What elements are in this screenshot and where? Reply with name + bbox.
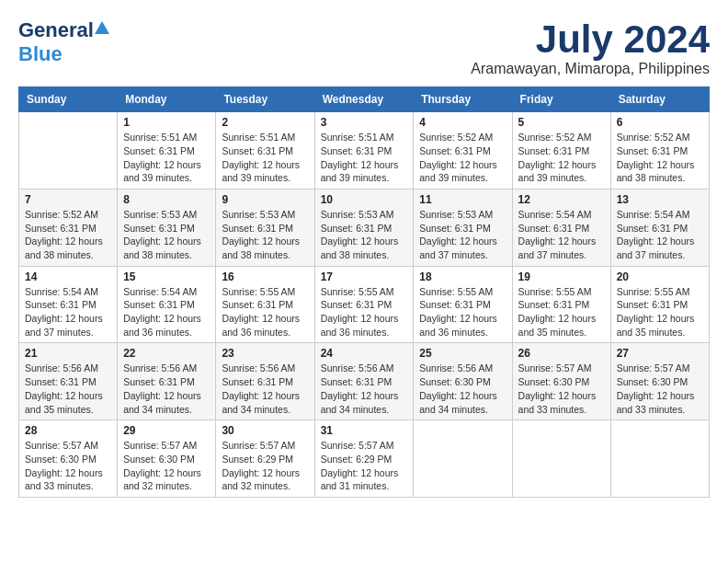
calendar-week-row: 21Sunrise: 5:56 AM Sunset: 6:31 PM Dayli… bbox=[19, 343, 710, 420]
day-number: 11 bbox=[419, 193, 506, 206]
calendar-cell: 18Sunrise: 5:55 AM Sunset: 6:31 PM Dayli… bbox=[414, 266, 512, 343]
day-number: 21 bbox=[25, 347, 111, 360]
month-title: July 2024 bbox=[471, 18, 710, 61]
weekday-header-wednesday: Wednesday bbox=[314, 87, 414, 112]
day-info: Sunrise: 5:56 AM Sunset: 6:31 PM Dayligh… bbox=[222, 362, 308, 416]
calendar-cell: 24Sunrise: 5:56 AM Sunset: 6:31 PM Dayli… bbox=[314, 343, 414, 420]
calendar-week-row: 14Sunrise: 5:54 AM Sunset: 6:31 PM Dayli… bbox=[19, 266, 710, 343]
calendar-cell: 26Sunrise: 5:57 AM Sunset: 6:30 PM Dayli… bbox=[512, 343, 610, 420]
calendar-cell: 30Sunrise: 5:57 AM Sunset: 6:29 PM Dayli… bbox=[216, 420, 314, 498]
day-number: 14 bbox=[25, 270, 111, 283]
day-number: 19 bbox=[518, 270, 605, 283]
calendar-cell: 31Sunrise: 5:57 AM Sunset: 6:29 PM Dayli… bbox=[314, 420, 414, 498]
day-number: 13 bbox=[617, 193, 703, 206]
calendar-cell: 27Sunrise: 5:57 AM Sunset: 6:30 PM Dayli… bbox=[610, 343, 709, 420]
weekday-header-sunday: Sunday bbox=[19, 87, 118, 112]
calendar-cell: 10Sunrise: 5:53 AM Sunset: 6:31 PM Dayli… bbox=[314, 189, 414, 266]
day-info: Sunrise: 5:55 AM Sunset: 6:31 PM Dayligh… bbox=[321, 285, 408, 339]
calendar-cell: 12Sunrise: 5:54 AM Sunset: 6:31 PM Dayli… bbox=[512, 189, 610, 266]
day-number: 3 bbox=[321, 116, 408, 129]
day-info: Sunrise: 5:51 AM Sunset: 6:31 PM Dayligh… bbox=[222, 131, 308, 185]
day-number: 22 bbox=[123, 347, 210, 360]
day-info: Sunrise: 5:55 AM Sunset: 6:31 PM Dayligh… bbox=[419, 285, 506, 339]
weekday-header-tuesday: Tuesday bbox=[216, 87, 314, 112]
day-info: Sunrise: 5:57 AM Sunset: 6:30 PM Dayligh… bbox=[25, 439, 111, 493]
calendar-cell: 14Sunrise: 5:54 AM Sunset: 6:31 PM Dayli… bbox=[19, 266, 118, 343]
calendar-cell: 20Sunrise: 5:55 AM Sunset: 6:31 PM Dayli… bbox=[610, 266, 709, 343]
day-number: 4 bbox=[419, 116, 506, 129]
location-title: Aramawayan, Mimaropa, Philippines bbox=[471, 61, 710, 77]
day-info: Sunrise: 5:54 AM Sunset: 6:31 PM Dayligh… bbox=[617, 208, 703, 262]
day-info: Sunrise: 5:54 AM Sunset: 6:31 PM Dayligh… bbox=[25, 285, 111, 339]
day-number: 29 bbox=[123, 424, 210, 437]
weekday-header-thursday: Thursday bbox=[414, 87, 512, 112]
logo-triangle-icon bbox=[95, 21, 109, 34]
weekday-header-monday: Monday bbox=[118, 87, 216, 112]
calendar-week-row: 7Sunrise: 5:52 AM Sunset: 6:31 PM Daylig… bbox=[19, 189, 710, 266]
day-number: 15 bbox=[123, 270, 210, 283]
calendar-cell: 15Sunrise: 5:54 AM Sunset: 6:31 PM Dayli… bbox=[118, 266, 216, 343]
day-number: 27 bbox=[617, 347, 703, 360]
day-info: Sunrise: 5:55 AM Sunset: 6:31 PM Dayligh… bbox=[518, 285, 605, 339]
calendar-cell: 21Sunrise: 5:56 AM Sunset: 6:31 PM Dayli… bbox=[19, 343, 118, 420]
calendar-cell: 5Sunrise: 5:52 AM Sunset: 6:31 PM Daylig… bbox=[512, 112, 610, 190]
day-info: Sunrise: 5:56 AM Sunset: 6:31 PM Dayligh… bbox=[25, 362, 111, 416]
calendar-cell: 22Sunrise: 5:56 AM Sunset: 6:31 PM Dayli… bbox=[118, 343, 216, 420]
calendar-cell: 11Sunrise: 5:53 AM Sunset: 6:31 PM Dayli… bbox=[414, 189, 512, 266]
calendar-cell bbox=[610, 420, 709, 498]
calendar-week-row: 1Sunrise: 5:51 AM Sunset: 6:31 PM Daylig… bbox=[19, 112, 710, 190]
calendar-cell: 17Sunrise: 5:55 AM Sunset: 6:31 PM Dayli… bbox=[314, 266, 414, 343]
day-info: Sunrise: 5:54 AM Sunset: 6:31 PM Dayligh… bbox=[518, 208, 605, 262]
day-info: Sunrise: 5:52 AM Sunset: 6:31 PM Dayligh… bbox=[419, 131, 506, 185]
day-info: Sunrise: 5:55 AM Sunset: 6:31 PM Dayligh… bbox=[222, 285, 308, 339]
day-info: Sunrise: 5:53 AM Sunset: 6:31 PM Dayligh… bbox=[419, 208, 506, 262]
day-number: 25 bbox=[419, 347, 506, 360]
day-info: Sunrise: 5:53 AM Sunset: 6:31 PM Dayligh… bbox=[222, 208, 308, 262]
calendar-cell bbox=[19, 112, 118, 190]
day-number: 8 bbox=[123, 193, 210, 206]
calendar-cell: 29Sunrise: 5:57 AM Sunset: 6:30 PM Dayli… bbox=[118, 420, 216, 498]
calendar-cell: 28Sunrise: 5:57 AM Sunset: 6:30 PM Dayli… bbox=[19, 420, 118, 498]
calendar-cell bbox=[512, 420, 610, 498]
day-number: 16 bbox=[222, 270, 308, 283]
day-number: 30 bbox=[222, 424, 308, 437]
calendar-cell: 13Sunrise: 5:54 AM Sunset: 6:31 PM Dayli… bbox=[610, 189, 709, 266]
day-number: 28 bbox=[25, 424, 111, 437]
day-info: Sunrise: 5:55 AM Sunset: 6:31 PM Dayligh… bbox=[617, 285, 703, 339]
day-number: 17 bbox=[321, 270, 408, 283]
day-info: Sunrise: 5:53 AM Sunset: 6:31 PM Dayligh… bbox=[321, 208, 408, 262]
calendar-cell: 3Sunrise: 5:51 AM Sunset: 6:31 PM Daylig… bbox=[314, 112, 414, 190]
day-info: Sunrise: 5:56 AM Sunset: 6:31 PM Dayligh… bbox=[123, 362, 210, 416]
day-info: Sunrise: 5:52 AM Sunset: 6:31 PM Dayligh… bbox=[25, 208, 111, 262]
day-info: Sunrise: 5:53 AM Sunset: 6:31 PM Dayligh… bbox=[123, 208, 210, 262]
day-info: Sunrise: 5:52 AM Sunset: 6:31 PM Dayligh… bbox=[617, 131, 703, 185]
day-info: Sunrise: 5:51 AM Sunset: 6:31 PM Dayligh… bbox=[123, 131, 210, 185]
weekday-header-friday: Friday bbox=[512, 87, 610, 112]
day-number: 6 bbox=[617, 116, 703, 129]
calendar-cell bbox=[414, 420, 512, 498]
day-number: 26 bbox=[518, 347, 605, 360]
calendar-cell: 23Sunrise: 5:56 AM Sunset: 6:31 PM Dayli… bbox=[216, 343, 314, 420]
day-number: 2 bbox=[222, 116, 308, 129]
calendar-cell: 6Sunrise: 5:52 AM Sunset: 6:31 PM Daylig… bbox=[610, 112, 709, 190]
day-number: 10 bbox=[321, 193, 408, 206]
calendar-cell: 1Sunrise: 5:51 AM Sunset: 6:31 PM Daylig… bbox=[118, 112, 216, 190]
title-area: July 2024 Aramawayan, Mimaropa, Philippi… bbox=[471, 18, 710, 77]
day-number: 24 bbox=[321, 347, 408, 360]
day-info: Sunrise: 5:56 AM Sunset: 6:31 PM Dayligh… bbox=[321, 362, 408, 416]
day-number: 1 bbox=[123, 116, 210, 129]
weekday-header-saturday: Saturday bbox=[610, 87, 709, 112]
calendar-cell: 16Sunrise: 5:55 AM Sunset: 6:31 PM Dayli… bbox=[216, 266, 314, 343]
logo: General Blue bbox=[18, 18, 109, 66]
day-info: Sunrise: 5:57 AM Sunset: 6:29 PM Dayligh… bbox=[321, 439, 408, 493]
calendar-cell: 2Sunrise: 5:51 AM Sunset: 6:31 PM Daylig… bbox=[216, 112, 314, 190]
header: General Blue July 2024 Aramawayan, Mimar… bbox=[18, 18, 710, 77]
day-info: Sunrise: 5:51 AM Sunset: 6:31 PM Dayligh… bbox=[321, 131, 408, 185]
calendar-cell: 9Sunrise: 5:53 AM Sunset: 6:31 PM Daylig… bbox=[216, 189, 314, 266]
logo-blue: Blue bbox=[18, 42, 63, 66]
day-number: 23 bbox=[222, 347, 308, 360]
day-info: Sunrise: 5:57 AM Sunset: 6:29 PM Dayligh… bbox=[222, 439, 308, 493]
calendar-week-row: 28Sunrise: 5:57 AM Sunset: 6:30 PM Dayli… bbox=[19, 420, 710, 498]
day-number: 31 bbox=[321, 424, 408, 437]
calendar-cell: 8Sunrise: 5:53 AM Sunset: 6:31 PM Daylig… bbox=[118, 189, 216, 266]
